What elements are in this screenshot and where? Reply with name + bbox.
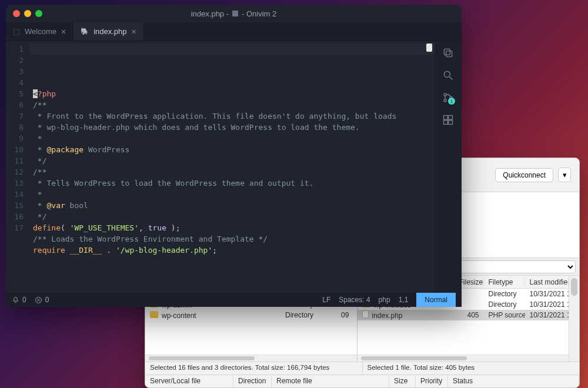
code-line: */ <box>33 211 435 222</box>
col-lastmod[interactable]: Last modified <box>525 278 569 286</box>
svg-rect-7 <box>444 116 448 120</box>
quickconnect-button[interactable]: Quickconnect <box>495 168 553 182</box>
onivim-window: index.php - - Onivim 2 ⬚Welcome×🐘index.p… <box>6 5 462 307</box>
tab-bar: ⬚Welcome×🐘index.php× <box>6 22 462 41</box>
line-number: 7 <box>6 111 24 122</box>
svg-point-2 <box>444 71 450 77</box>
q-col-remote[interactable]: Remote file <box>272 375 389 387</box>
line-number: 17 <box>6 222 24 233</box>
close-window-button[interactable] <box>13 10 20 17</box>
status-cursor-pos[interactable]: 1,1 <box>399 296 409 304</box>
folder-icon <box>150 311 158 318</box>
traffic-lights <box>13 10 42 17</box>
current-line-highlight <box>29 44 435 55</box>
file-row[interactable]: index.php405PHP source10/31/2021 1. <box>358 310 569 320</box>
line-number: 5 <box>6 88 24 99</box>
scm-badge: 1 <box>448 98 455 105</box>
code-line: /** Loads the WordPress Environment and … <box>33 233 435 245</box>
svg-rect-8 <box>449 116 453 120</box>
minimize-window-button[interactable] <box>24 10 31 17</box>
remote-selection-status: Selected 1 file. Total size: 405 bytes <box>362 362 580 374</box>
fullscreen-window-button[interactable] <box>35 10 42 17</box>
line-number: 16 <box>6 211 24 222</box>
svg-rect-10 <box>449 121 453 125</box>
tab-index-php[interactable]: 🐘index.php× <box>74 22 144 41</box>
titlebar[interactable]: index.php - - Onivim 2 <box>6 5 462 22</box>
local-hscroll[interactable] <box>145 354 357 362</box>
code-line: /** <box>33 99 435 111</box>
line-number: 9 <box>6 133 24 144</box>
line-number: 3 <box>6 66 24 77</box>
code-area[interactable]: <?php/** * Front to the WordPress applic… <box>29 41 435 293</box>
editor-scrollbar-thumb[interactable] <box>426 44 432 52</box>
file-icon <box>362 310 369 318</box>
svg-rect-9 <box>444 121 448 125</box>
line-number: 11 <box>6 155 24 166</box>
file-row[interactable]: wp-contentDirectory09 <box>145 310 357 320</box>
line-number: 2 <box>6 55 24 66</box>
code-line: * Tells WordPress to load the WordPress … <box>33 178 435 189</box>
tab-label: Welcome <box>25 27 56 36</box>
svg-point-4 <box>444 93 446 96</box>
remote-hscroll[interactable] <box>358 354 569 362</box>
status-language[interactable]: php <box>379 296 390 304</box>
svg-rect-0 <box>446 51 452 57</box>
quickconnect-menu-button[interactable]: ▾ <box>558 168 571 182</box>
close-tab-icon[interactable]: × <box>132 27 136 36</box>
selection-status-row: Selected 16 files and 3 directories. Tot… <box>145 362 579 374</box>
code-line: * Front to the WordPress application. Th… <box>33 111 435 122</box>
extensions-icon[interactable] <box>442 114 454 126</box>
transfer-queue-header: Server/Local file Direction Remote file … <box>145 374 579 387</box>
php-file-icon: 🐘 <box>81 28 89 35</box>
q-col-status[interactable]: Status <box>448 375 579 387</box>
line-number: 1 <box>6 44 24 55</box>
copy-icon[interactable] <box>442 47 454 59</box>
app-icon <box>232 11 238 16</box>
code-line: <?php <box>33 88 435 99</box>
line-number: 4 <box>6 77 24 88</box>
line-number: 8 <box>6 122 24 133</box>
line-number: 12 <box>6 166 24 178</box>
q-col-size[interactable]: Size <box>389 375 416 387</box>
code-line: require __DIR__ . '/wp-blog-header.php'; <box>33 245 435 256</box>
q-col-direction[interactable]: Direction <box>233 375 272 387</box>
close-tab-icon[interactable]: × <box>61 27 66 36</box>
status-indent[interactable]: Spaces: 4 <box>339 296 370 304</box>
line-number: 13 <box>6 178 24 189</box>
svg-rect-1 <box>444 49 450 55</box>
code-line: * <box>33 189 435 200</box>
activity-bar: 1 <box>435 41 462 293</box>
svg-point-5 <box>444 99 446 102</box>
svg-line-3 <box>450 77 453 80</box>
col-filetype[interactable]: Filetype <box>484 278 525 286</box>
status-vim-mode[interactable]: Normal <box>416 293 456 307</box>
status-bar: 0 0 LF Spaces: 4 php 1,1 Normal <box>6 293 462 307</box>
tab-label: index.php <box>93 27 126 36</box>
line-number: 10 <box>6 144 24 155</box>
line-number: 6 <box>6 99 24 111</box>
code-line: * <box>33 133 435 144</box>
q-col-priority[interactable]: Priority <box>416 375 448 387</box>
code-line: */ <box>33 155 435 166</box>
notifications-button[interactable]: 0 <box>12 296 26 304</box>
code-line: * wp-blog-header.php which does and tell… <box>33 122 435 133</box>
window-title: index.php - - Onivim 2 <box>6 9 462 18</box>
tab-welcome[interactable]: ⬚Welcome× <box>6 22 74 41</box>
line-number-gutter: 1234567891011121314151617 <box>6 41 29 293</box>
search-icon[interactable] <box>442 69 454 81</box>
code-line: * @var bool <box>33 200 435 211</box>
chevron-down-icon: ▾ <box>563 170 567 179</box>
remote-vscroll[interactable] <box>569 276 579 362</box>
local-selection-status: Selected 16 files and 3 directories. Tot… <box>145 362 362 374</box>
code-editor[interactable]: 1234567891011121314151617 <?php/** * Fro… <box>6 41 435 293</box>
code-line: * @package WordPress <box>33 144 435 155</box>
welcome-icon: ⬚ <box>13 27 20 36</box>
code-line: /** <box>33 166 435 178</box>
source-control-icon[interactable]: 1 <box>442 92 454 103</box>
code-line: define( 'WP_USE_THEMES', true ); <box>33 222 435 233</box>
line-number: 15 <box>6 200 24 211</box>
status-eol[interactable]: LF <box>322 296 330 304</box>
q-col-server[interactable]: Server/Local file <box>145 375 233 387</box>
problems-button[interactable]: 0 <box>35 296 49 304</box>
line-number: 14 <box>6 189 24 200</box>
